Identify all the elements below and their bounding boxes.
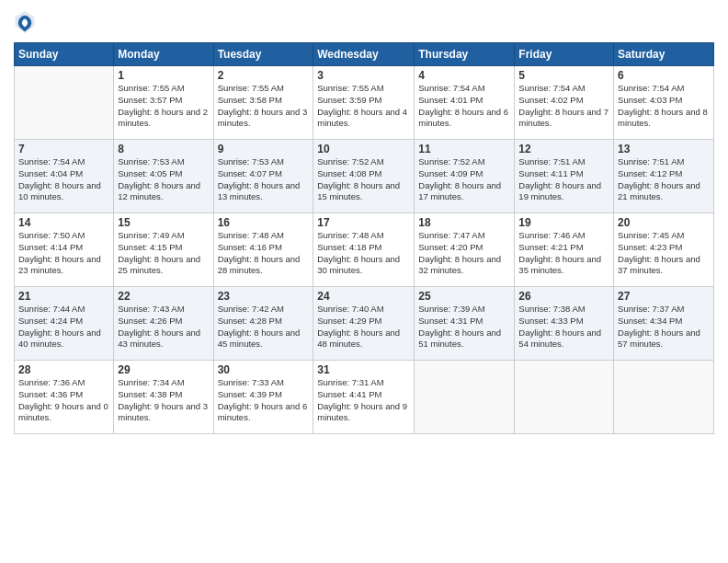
day-number: 21 (18, 290, 109, 303)
day-info: Sunrise: 7:53 AMSunset: 4:05 PMDaylight:… (118, 156, 209, 203)
day-number: 7 (18, 143, 109, 155)
day-number: 23 (218, 290, 310, 303)
day-number: 25 (418, 290, 510, 303)
day-number: 12 (518, 143, 609, 155)
day-number: 11 (418, 143, 510, 155)
day-number: 28 (18, 363, 109, 376)
day-info: Sunrise: 7:48 AMSunset: 4:16 PMDaylight:… (218, 230, 310, 277)
day-number: 16 (218, 216, 310, 229)
calendar-day-cell (515, 361, 614, 434)
calendar-day-cell: 30Sunrise: 7:33 AMSunset: 4:39 PMDayligh… (213, 361, 313, 434)
weekday-header: Saturday (614, 43, 714, 66)
day-info: Sunrise: 7:42 AMSunset: 4:28 PMDaylight:… (218, 304, 310, 350)
calendar-day-cell: 10Sunrise: 7:52 AMSunset: 4:08 PMDayligh… (313, 140, 415, 213)
calendar-day-cell: 23Sunrise: 7:42 AMSunset: 4:28 PMDayligh… (213, 287, 313, 361)
day-info: Sunrise: 7:40 AMSunset: 4:29 PMDaylight:… (317, 304, 410, 350)
calendar-day-cell: 1Sunrise: 7:55 AMSunset: 3:57 PMDaylight… (114, 66, 213, 140)
calendar-day-cell: 26Sunrise: 7:38 AMSunset: 4:33 PMDayligh… (515, 287, 614, 361)
day-info: Sunrise: 7:51 AMSunset: 4:11 PMDaylight:… (518, 156, 609, 203)
weekday-header: Thursday (415, 43, 515, 66)
calendar-day-cell (15, 66, 114, 140)
day-info: Sunrise: 7:53 AMSunset: 4:07 PMDaylight:… (218, 156, 310, 203)
day-info: Sunrise: 7:34 AMSunset: 4:38 PMDaylight:… (118, 377, 209, 424)
calendar-day-cell: 27Sunrise: 7:37 AMSunset: 4:34 PMDayligh… (614, 287, 714, 361)
day-number: 22 (118, 290, 209, 303)
page: SundayMondayTuesdayWednesdayThursdayFrid… (0, 0, 728, 563)
calendar-week-row: 28Sunrise: 7:36 AMSunset: 4:36 PMDayligh… (15, 361, 714, 434)
calendar-day-cell: 2Sunrise: 7:55 AMSunset: 3:58 PMDaylight… (213, 66, 313, 140)
day-number: 13 (618, 143, 710, 155)
day-number: 2 (218, 69, 310, 82)
calendar-day-cell: 21Sunrise: 7:44 AMSunset: 4:24 PMDayligh… (15, 287, 114, 361)
calendar-day-cell: 19Sunrise: 7:46 AMSunset: 4:21 PMDayligh… (515, 213, 614, 287)
day-number: 8 (118, 143, 209, 155)
day-info: Sunrise: 7:49 AMSunset: 4:15 PMDaylight:… (118, 230, 209, 277)
day-info: Sunrise: 7:52 AMSunset: 4:09 PMDaylight:… (418, 156, 510, 203)
day-number: 9 (218, 143, 310, 155)
day-number: 31 (317, 363, 410, 376)
day-number: 15 (118, 216, 209, 229)
day-number: 5 (518, 69, 609, 82)
day-info: Sunrise: 7:52 AMSunset: 4:08 PMDaylight:… (317, 156, 410, 203)
calendar-day-cell: 6Sunrise: 7:54 AMSunset: 4:03 PMDaylight… (614, 66, 714, 140)
logo (14, 9, 40, 35)
weekday-header-row: SundayMondayTuesdayWednesdayThursdayFrid… (15, 43, 714, 66)
calendar-day-cell: 11Sunrise: 7:52 AMSunset: 4:09 PMDayligh… (415, 140, 515, 213)
calendar-week-row: 21Sunrise: 7:44 AMSunset: 4:24 PMDayligh… (15, 287, 714, 361)
calendar-day-cell: 16Sunrise: 7:48 AMSunset: 4:16 PMDayligh… (213, 213, 313, 287)
day-info: Sunrise: 7:55 AMSunset: 3:57 PMDaylight:… (118, 83, 209, 130)
day-info: Sunrise: 7:33 AMSunset: 4:39 PMDaylight:… (218, 377, 310, 424)
day-info: Sunrise: 7:43 AMSunset: 4:26 PMDaylight:… (118, 304, 209, 350)
day-info: Sunrise: 7:44 AMSunset: 4:24 PMDaylight:… (18, 304, 109, 350)
day-number: 24 (317, 290, 410, 303)
calendar-day-cell: 15Sunrise: 7:49 AMSunset: 4:15 PMDayligh… (114, 213, 213, 287)
calendar-day-cell: 29Sunrise: 7:34 AMSunset: 4:38 PMDayligh… (114, 361, 213, 434)
day-number: 29 (118, 363, 209, 376)
calendar-day-cell: 12Sunrise: 7:51 AMSunset: 4:11 PMDayligh… (515, 140, 614, 213)
day-number: 26 (518, 290, 609, 303)
calendar-day-cell: 28Sunrise: 7:36 AMSunset: 4:36 PMDayligh… (15, 361, 114, 434)
calendar-day-cell: 13Sunrise: 7:51 AMSunset: 4:12 PMDayligh… (614, 140, 714, 213)
calendar-day-cell: 22Sunrise: 7:43 AMSunset: 4:26 PMDayligh… (114, 287, 213, 361)
calendar-day-cell: 4Sunrise: 7:54 AMSunset: 4:01 PMDaylight… (415, 66, 515, 140)
day-number: 10 (317, 143, 410, 155)
header (14, 9, 714, 35)
day-number: 17 (317, 216, 410, 229)
calendar-day-cell: 9Sunrise: 7:53 AMSunset: 4:07 PMDaylight… (213, 140, 313, 213)
calendar-week-row: 7Sunrise: 7:54 AMSunset: 4:04 PMDaylight… (15, 140, 714, 213)
calendar-day-cell: 8Sunrise: 7:53 AMSunset: 4:05 PMDaylight… (114, 140, 213, 213)
day-number: 3 (317, 69, 410, 82)
weekday-header: Tuesday (213, 43, 313, 66)
day-number: 30 (218, 363, 310, 376)
calendar-day-cell: 31Sunrise: 7:31 AMSunset: 4:41 PMDayligh… (313, 361, 415, 434)
calendar-day-cell: 7Sunrise: 7:54 AMSunset: 4:04 PMDaylight… (15, 140, 114, 213)
day-info: Sunrise: 7:54 AMSunset: 4:04 PMDaylight:… (18, 156, 109, 203)
day-info: Sunrise: 7:45 AMSunset: 4:23 PMDaylight:… (618, 230, 710, 277)
calendar: SundayMondayTuesdayWednesdayThursdayFrid… (14, 42, 714, 434)
day-info: Sunrise: 7:54 AMSunset: 4:03 PMDaylight:… (618, 83, 710, 130)
calendar-day-cell: 14Sunrise: 7:50 AMSunset: 4:14 PMDayligh… (15, 213, 114, 287)
day-number: 6 (618, 69, 710, 82)
calendar-day-cell: 24Sunrise: 7:40 AMSunset: 4:29 PMDayligh… (313, 287, 415, 361)
day-info: Sunrise: 7:31 AMSunset: 4:41 PMDaylight:… (317, 377, 410, 424)
day-number: 14 (18, 216, 109, 229)
calendar-day-cell: 18Sunrise: 7:47 AMSunset: 4:20 PMDayligh… (415, 213, 515, 287)
day-info: Sunrise: 7:38 AMSunset: 4:33 PMDaylight:… (518, 304, 609, 350)
calendar-day-cell: 25Sunrise: 7:39 AMSunset: 4:31 PMDayligh… (415, 287, 515, 361)
day-number: 20 (618, 216, 710, 229)
weekday-header: Wednesday (313, 43, 415, 66)
calendar-week-row: 1Sunrise: 7:55 AMSunset: 3:57 PMDaylight… (15, 66, 714, 140)
day-info: Sunrise: 7:37 AMSunset: 4:34 PMDaylight:… (618, 304, 710, 350)
day-info: Sunrise: 7:48 AMSunset: 4:18 PMDaylight:… (317, 230, 410, 277)
day-number: 4 (418, 69, 510, 82)
day-number: 27 (618, 290, 710, 303)
day-info: Sunrise: 7:54 AMSunset: 4:01 PMDaylight:… (418, 83, 510, 130)
weekday-header: Friday (515, 43, 614, 66)
day-info: Sunrise: 7:39 AMSunset: 4:31 PMDaylight:… (418, 304, 510, 350)
weekday-header: Sunday (15, 43, 114, 66)
day-info: Sunrise: 7:46 AMSunset: 4:21 PMDaylight:… (518, 230, 609, 277)
day-number: 19 (518, 216, 609, 229)
day-info: Sunrise: 7:55 AMSunset: 3:59 PMDaylight:… (317, 83, 410, 130)
day-info: Sunrise: 7:54 AMSunset: 4:02 PMDaylight:… (518, 83, 609, 130)
day-info: Sunrise: 7:51 AMSunset: 4:12 PMDaylight:… (618, 156, 710, 203)
